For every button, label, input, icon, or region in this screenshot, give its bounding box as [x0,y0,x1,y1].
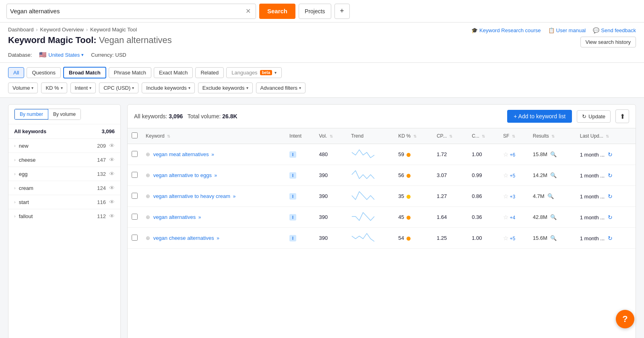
keyword-link[interactable]: vegan alternative to heavy cream [153,193,231,199]
volume-col-header[interactable]: Vol. ⇅ [315,128,347,144]
keyword-link[interactable]: vegan alternatives [153,214,196,220]
update-button[interactable]: ↻ Update [577,110,611,123]
eye-icon[interactable]: 👁 [109,142,115,149]
com-cell: 0.36 [468,207,499,228]
select-all-checkbox[interactable] [132,132,138,138]
eye-icon[interactable]: 👁 [109,213,115,219]
row-refresh-icon[interactable]: ↻ [608,235,613,241]
keyword-arrow: » [198,214,201,220]
tab-phrase-match[interactable]: Phrase Match [109,67,151,78]
database-selector[interactable]: 🇺🇸 United States ▾ [39,51,84,58]
list-item[interactable]: › cream 124 👁 [8,181,120,195]
tab-broad-match[interactable]: Broad Match [63,67,106,78]
magnify-icon[interactable]: 🔍 [550,172,557,178]
cpc-cell: 1.64 [433,207,468,228]
all-keywords-label: All keywords [14,128,46,134]
keyword-link[interactable]: vegan cheese alternatives [153,235,214,241]
magnify-icon[interactable]: 🔍 [550,214,557,220]
search-input-wrap: ✕ [6,4,256,19]
last-updated-col-header[interactable]: Last Upd... ⇅ [576,128,636,144]
sf-cell: ☆ +4 [499,207,529,228]
star-icon[interactable]: ☆ [503,193,508,200]
user-manual-link[interactable]: 📋 User manual [548,27,586,33]
expand-icon: › [14,157,16,162]
magnify-icon[interactable]: 🔍 [550,235,557,241]
keyword-link[interactable]: vegan meat alternatives [153,151,209,157]
row-checkbox-3[interactable] [132,214,138,220]
row-checkbox-1[interactable] [132,172,138,178]
search-input[interactable] [10,8,244,14]
star-icon[interactable]: ☆ [503,151,508,158]
star-icon[interactable]: ☆ [503,214,508,221]
search-button[interactable]: Search [259,4,295,19]
sf-col-header[interactable]: SF ⇅ [499,128,529,144]
table-header: Keyword ⇅ Intent Vol. ⇅ Trend KD % ⇅ CP.… [128,128,636,144]
projects-button[interactable]: Projects [299,4,331,19]
exclude-keywords-filter[interactable]: Exclude keywords ▾ [198,82,253,93]
kd-col-header[interactable]: KD % ⇅ [394,128,433,144]
intent-label: Intent [75,85,88,91]
breadcrumb-dashboard[interactable]: Dashboard [8,27,34,33]
row-checkbox-0[interactable] [132,151,138,157]
include-keywords-filter[interactable]: Include keywords ▾ [142,82,194,93]
list-item[interactable]: › fallout 112 👁 [8,209,120,223]
export-button[interactable]: ⬆ [615,109,629,123]
row-refresh-icon[interactable]: ↻ [608,214,613,221]
breadcrumb-keyword-overview[interactable]: Keyword Overview [40,27,84,33]
list-item[interactable]: › start 116 👁 [8,195,120,209]
row-refresh-icon[interactable]: ↻ [608,151,613,158]
list-item[interactable]: › egg 132 👁 [8,167,120,181]
eye-icon[interactable]: 👁 [109,185,115,191]
table-row: ⊕ vegan alternatives » I 390 45 1.64 0.3… [128,207,636,228]
send-feedback-link[interactable]: 💬 Send feedback [593,27,636,33]
keyword-link[interactable]: vegan alternative to eggs [153,172,212,178]
view-search-history-button[interactable]: View search history [580,37,636,47]
row-checkbox-2[interactable] [132,193,138,199]
volume-filter[interactable]: Volume ▾ [8,82,38,93]
help-button[interactable]: ? [616,310,634,328]
keyword-research-course-link[interactable]: 🎓 Keyword Research course [471,27,541,33]
magnify-icon[interactable]: 🔍 [547,193,554,199]
add-project-button[interactable]: + [334,4,350,19]
breadcrumb-current: Keyword Magic Tool [90,27,137,33]
cpc-col-header[interactable]: CP... ⇅ [433,128,468,144]
eye-icon[interactable]: 👁 [109,199,115,205]
database-caret-icon: ▾ [81,52,84,58]
toggle-by-volume[interactable]: By volume [48,109,80,120]
cpc-filter[interactable]: CPC (USD) ▾ [99,82,138,93]
sf-count: +6 [510,152,516,158]
sidebar-keyword-name: start [19,199,97,205]
tab-exact-match[interactable]: Exact Match [154,67,193,78]
com-col-header[interactable]: C... ⇅ [468,128,499,144]
eye-icon[interactable]: 👁 [109,157,115,163]
magnify-icon[interactable]: 🔍 [550,151,557,157]
toggle-by-number[interactable]: By number [14,109,49,120]
trend-col-header[interactable]: Trend [347,128,394,144]
intent-col-header[interactable]: Intent [285,128,315,144]
list-item[interactable]: › new 209 👁 [8,138,120,153]
advanced-filters[interactable]: Advanced filters ▾ [256,82,306,93]
languages-dropdown[interactable]: Languages beta ▾ [226,67,282,78]
kd-filter[interactable]: KD % ▾ [41,82,67,93]
intent-filter[interactable]: Intent ▾ [70,82,96,93]
star-icon[interactable]: ☆ [503,172,508,179]
row-refresh-icon[interactable]: ↻ [608,172,613,179]
intent-cell: I [285,186,315,207]
tab-all[interactable]: All [8,67,24,78]
row-checkbox-4[interactable] [132,235,138,241]
eye-icon[interactable]: 👁 [109,171,115,177]
star-icon[interactable]: ☆ [503,235,508,241]
results-col-header[interactable]: Results ⇅ [529,128,576,144]
breadcrumb-sep-1: › [36,27,38,33]
clear-search-button[interactable]: ✕ [244,7,252,15]
results-cell: 42.8M 🔍 [529,207,576,228]
add-to-keyword-list-button[interactable]: + Add to keyword list [507,110,572,123]
exclude-label: Exclude keywords [202,85,245,91]
tab-questions[interactable]: Questions [27,67,61,78]
tab-related[interactable]: Related [195,67,224,78]
keyword-cell: ⊕ vegan cheese alternatives » [142,228,285,249]
list-item[interactable]: › cheese 147 👁 [8,153,120,167]
keyword-col-header[interactable]: Keyword ⇅ [142,128,285,144]
row-refresh-icon[interactable]: ↻ [608,193,613,200]
keyword-arrow: » [233,194,236,199]
